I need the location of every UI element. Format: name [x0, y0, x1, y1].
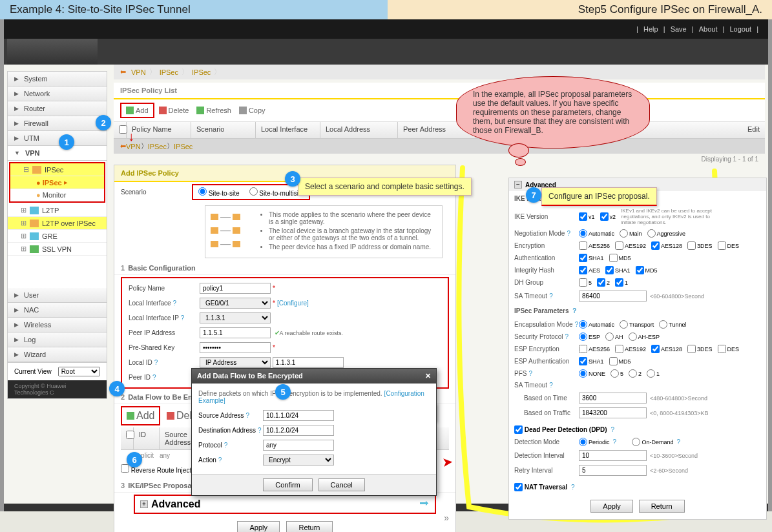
- bc-ipsec2[interactable]: IPSec: [192, 68, 211, 76]
- logout-link[interactable]: Logout: [729, 25, 751, 33]
- confirm-button[interactable]: Confirm: [263, 478, 313, 491]
- dh-5[interactable]: 5: [579, 278, 592, 287]
- help-icon[interactable]: ?: [575, 321, 579, 328]
- help-icon[interactable]: ?: [218, 456, 222, 464]
- ih-aes[interactable]: AES: [579, 266, 600, 274]
- encap-transport[interactable]: Transport: [620, 320, 654, 329]
- sidebar-item-vpn[interactable]: ▼VPN: [8, 146, 107, 161]
- current-view-select[interactable]: Root: [58, 367, 100, 376]
- refresh-button[interactable]: Refresh: [193, 105, 235, 116]
- sidebar-sub-l2tp[interactable]: ⊞L2TP: [8, 204, 107, 217]
- help-icon[interactable]: ?: [528, 370, 532, 377]
- sidebar-sub-ipsec[interactable]: ⊟IPSec: [10, 163, 104, 176]
- retry-interval-input[interactable]: [579, 465, 647, 476]
- sidebar-item-firewall[interactable]: ▶Firewall: [8, 116, 107, 131]
- espenc-3des[interactable]: 3DES: [687, 345, 713, 353]
- sidebar-item-nac[interactable]: ▶NAC: [8, 303, 107, 318]
- neg-auto-radio[interactable]: Automatic: [579, 229, 614, 238]
- return-button[interactable]: Return: [286, 521, 332, 532]
- auth-sha1[interactable]: SHA1: [579, 254, 604, 262]
- enc-aes128[interactable]: AES128: [651, 241, 682, 250]
- peer-ip-input[interactable]: [200, 327, 271, 338]
- delete-button[interactable]: Delete: [156, 105, 193, 116]
- local-id-input[interactable]: [273, 357, 344, 368]
- sidebar-item-user[interactable]: ▶User: [8, 288, 107, 303]
- reverse-route-checkbox[interactable]: [121, 464, 129, 473]
- local-ip-select[interactable]: 1.1.3.1: [200, 312, 271, 323]
- help-icon[interactable]: ?: [572, 307, 576, 314]
- sidebar-item-log[interactable]: ▶Log: [8, 332, 107, 347]
- espauth-sha1[interactable]: SHA1: [579, 357, 604, 365]
- help-icon[interactable]: ?: [181, 314, 185, 322]
- espenc-aes192[interactable]: AES192: [615, 345, 646, 353]
- help-icon[interactable]: ?: [246, 412, 250, 419]
- help-icon[interactable]: ?: [610, 426, 614, 433]
- expand-double-arrow-icon[interactable]: »: [444, 513, 449, 523]
- about-link[interactable]: About: [699, 25, 718, 33]
- help-icon[interactable]: ?: [224, 442, 228, 449]
- help-icon[interactable]: ?: [549, 292, 553, 300]
- close-icon[interactable]: ✕: [425, 372, 431, 380]
- help-icon[interactable]: ?: [173, 300, 177, 307]
- sidebar-item-router[interactable]: ▶Router: [8, 101, 107, 116]
- enc-aes256[interactable]: AES256: [579, 241, 610, 250]
- dlg-proto-input[interactable]: [263, 440, 334, 451]
- encap-tunnel[interactable]: Tunnel: [659, 320, 686, 329]
- policy-name-input[interactable]: [200, 283, 271, 294]
- sa-traffic-input[interactable]: [579, 407, 647, 418]
- sa-timeout-input[interactable]: [579, 291, 647, 302]
- dh-1[interactable]: 1: [615, 278, 628, 287]
- copy-button[interactable]: Copy: [236, 105, 269, 116]
- auth-md5[interactable]: MD5: [609, 254, 631, 262]
- pfs-1[interactable]: 1: [647, 369, 660, 378]
- enc-3des[interactable]: 3DES: [687, 241, 713, 250]
- sidebar-sub-ipsec-inner[interactable]: ● IPSec ▸: [10, 176, 104, 189]
- local-id-type-select[interactable]: IP Address: [200, 357, 271, 368]
- detection-interval-input[interactable]: [579, 450, 647, 461]
- df-add-button[interactable]: Add: [123, 409, 158, 423]
- psk-input[interactable]: [200, 342, 271, 353]
- ih-md5[interactable]: MD5: [636, 266, 658, 274]
- sidebar-sub-l2tp-over-ipsec[interactable]: ⊞L2TP over IPSec: [8, 217, 107, 230]
- sidebar-item-utm[interactable]: ▶UTM: [8, 131, 107, 146]
- dpd-ondemand[interactable]: On-Demand?: [632, 438, 680, 446]
- help-icon[interactable]: ?: [565, 333, 569, 340]
- neg-main-radio[interactable]: Main: [620, 229, 642, 238]
- help-link[interactable]: Help: [643, 25, 658, 33]
- nat-traversal-checkbox[interactable]: [514, 483, 523, 491]
- ikev1-checkbox[interactable]: v1: [579, 212, 595, 221]
- help-icon[interactable]: ?: [154, 359, 158, 366]
- sp-ahesp[interactable]: AH-ESP: [629, 332, 660, 341]
- adv-apply-button[interactable]: Apply: [590, 500, 633, 513]
- help-icon[interactable]: ?: [549, 382, 553, 389]
- sidebar-item-wireless[interactable]: ▶Wireless: [8, 318, 107, 332]
- apply-button[interactable]: Apply: [237, 521, 280, 532]
- sa-time-input[interactable]: [579, 393, 647, 404]
- sidebar-sub-gre[interactable]: ⊞GRE: [8, 230, 107, 243]
- add-button[interactable]: Add: [123, 105, 152, 116]
- sidebar-item-system[interactable]: ▶System: [8, 72, 107, 87]
- espenc-des[interactable]: DES: [718, 345, 740, 353]
- help-icon[interactable]: ?: [613, 438, 617, 445]
- dlg-action-select[interactable]: Encrypt: [263, 455, 334, 466]
- site-to-multisite-radio[interactable]: Site-to-multisite: [249, 187, 304, 197]
- encap-auto[interactable]: Automatic: [579, 320, 614, 329]
- ikev2-checkbox[interactable]: v2: [600, 212, 616, 221]
- sidebar-item-network[interactable]: ▶Network: [8, 87, 107, 101]
- dlg-dst-input[interactable]: [263, 425, 334, 436]
- help-icon[interactable]: ?: [258, 427, 262, 434]
- bc-ipsec[interactable]: IPSec: [160, 68, 178, 76]
- help-icon[interactable]: ?: [676, 438, 680, 445]
- ih-sha1[interactable]: SHA1: [605, 266, 631, 274]
- dpd-checkbox[interactable]: [514, 425, 523, 434]
- pfs-none[interactable]: NONE: [579, 369, 605, 378]
- expand-arrow-icon[interactable]: ⮕: [419, 498, 430, 510]
- expand-icon[interactable]: +: [140, 500, 148, 508]
- configure-link[interactable]: [Configure]: [277, 300, 309, 307]
- sidebar-sub-monitor[interactable]: ● Monitor: [10, 189, 104, 201]
- help-icon[interactable]: ?: [571, 484, 575, 491]
- bc-vpn[interactable]: VPN: [131, 68, 146, 76]
- enc-des[interactable]: DES: [718, 241, 740, 250]
- espenc-aes256[interactable]: AES256: [579, 345, 610, 353]
- help-icon[interactable]: ?: [152, 374, 156, 381]
